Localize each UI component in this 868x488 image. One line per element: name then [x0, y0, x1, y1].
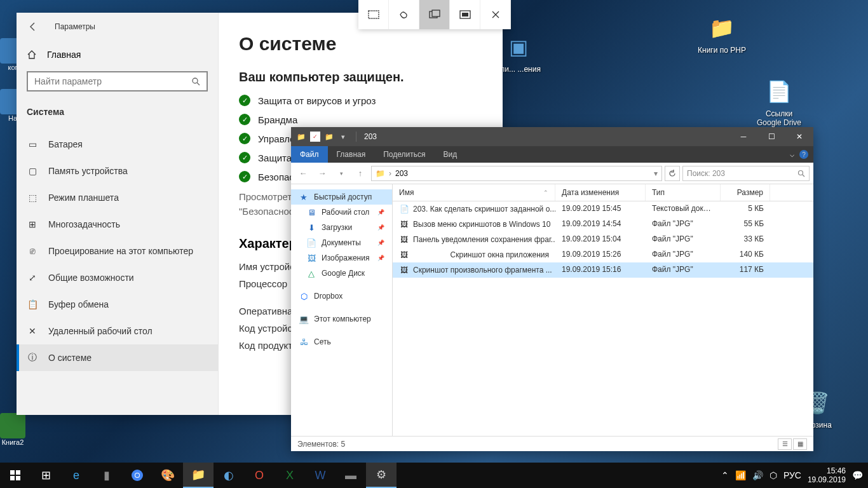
tree-thispc[interactable]: 💻Этот компьютер — [291, 311, 392, 327]
back-button[interactable] — [27, 20, 39, 33]
svg-line-10 — [803, 175, 804, 177]
taskview-button[interactable]: ⊞ — [31, 463, 61, 488]
breadcrumb[interactable]: 📁 › 203 ▾ — [371, 166, 662, 181]
ribbon-share[interactable]: Поделиться — [374, 146, 434, 163]
settings-sidebar: Параметры Главная Система ▭Батарея ▢Памя… — [17, 13, 219, 415]
col-name[interactable]: Имя⌃ — [393, 184, 555, 201]
snip-toolbar — [358, 0, 511, 29]
nav-forward[interactable]: → — [314, 165, 330, 182]
snip-rect[interactable] — [358, 0, 389, 29]
explorer-nav: ← → ▾ ↑ 📁 › 203 ▾ Поиск: 203 — [291, 163, 813, 184]
desktop-icon-gdrive[interactable]: 📄Ссылки Google Drive — [754, 76, 804, 128]
svg-point-0 — [193, 78, 198, 83]
tree-pictures[interactable]: 🖼Изображения📌 — [291, 250, 392, 266]
notes-button[interactable]: ▮ — [92, 463, 122, 488]
file-row[interactable]: 🖼Вызов меню скриншотов в Windows 1019.09… — [393, 217, 813, 232]
ribbon-home[interactable]: Главная — [328, 146, 375, 163]
dropbox-tray-icon[interactable]: ⬡ — [770, 470, 777, 480]
nav-clipboard[interactable]: 📋Буфер обмена — [17, 291, 218, 318]
desktop-partial-8[interactable]: Книга2 — [0, 413, 32, 446]
ribbon-file[interactable]: Файл — [291, 146, 328, 163]
ribbon-view[interactable]: Вид — [434, 146, 466, 163]
opera-button[interactable]: O — [244, 463, 275, 488]
explorer-titlebar[interactable]: 📁 ✓ 📁 ▾ 203 ─ ☐ ✕ — [291, 127, 813, 146]
tree-quick-access[interactable]: ★Быстрый доступ — [291, 189, 392, 205]
explorer-taskbar[interactable]: 📁 — [183, 463, 214, 488]
svg-point-17 — [135, 473, 139, 477]
tree-downloads[interactable]: ⬇Загрузки📌 — [291, 220, 392, 235]
notifications-icon[interactable]: 💬 — [852, 470, 863, 480]
tree-dropbox[interactable]: ⬡Dropbox — [291, 288, 392, 304]
ribbon-expand-icon[interactable]: ⌵ — [790, 150, 794, 159]
file-row[interactable]: 🖼Панель уведомления сохранения фраг...19… — [393, 232, 813, 247]
tree-documents[interactable]: 📄Документы📌 — [291, 235, 392, 250]
refresh-button[interactable] — [665, 166, 680, 181]
maximize-button[interactable]: ☐ — [757, 127, 785, 146]
excel-button[interactable]: X — [275, 463, 305, 488]
wifi-icon[interactable]: 📶 — [735, 470, 746, 480]
col-size[interactable]: Размер — [721, 184, 770, 201]
tray-up-icon[interactable]: ⌃ — [721, 470, 729, 480]
qat-icon[interactable]: ✓ — [310, 132, 320, 142]
nav-recent[interactable]: ▾ — [333, 165, 349, 182]
close-button[interactable]: ✕ — [785, 127, 813, 146]
view-details[interactable]: ☰ — [778, 438, 792, 450]
explorer-search[interactable]: Поиск: 203 — [682, 166, 810, 181]
qat-dropdown-icon[interactable]: ▾ — [338, 132, 348, 142]
nav-tablet[interactable]: ⬚Режим планшета — [17, 184, 218, 211]
col-date[interactable]: Дата изменения — [555, 184, 646, 201]
file-icon: 🖼 — [399, 250, 409, 260]
help-icon[interactable]: ? — [799, 150, 808, 159]
snip-fullscreen[interactable] — [450, 0, 480, 29]
view-icons[interactable]: ▦ — [793, 438, 807, 450]
nav-about[interactable]: ⓘО системе — [17, 344, 218, 371]
file-icon: 🖼 — [399, 219, 409, 229]
file-row[interactable]: 🖼Скриншот окна приложения19.09.2019 15:2… — [393, 247, 813, 262]
svg-rect-11 — [10, 470, 15, 475]
search-input[interactable] — [34, 76, 191, 86]
nav-back[interactable]: ← — [295, 165, 311, 182]
minimize-button[interactable]: ─ — [729, 127, 757, 146]
nav-up[interactable]: ↑ — [352, 165, 369, 182]
nav-multitask[interactable]: ⊞Многозадачность — [17, 211, 218, 238]
start-button[interactable] — [0, 463, 31, 488]
svg-rect-2 — [369, 11, 379, 18]
explorer-tree: ★Быстрый доступ 🖥Рабочий стол📌 ⬇Загрузки… — [291, 184, 393, 436]
multitask-icon: ⊞ — [27, 219, 38, 230]
col-type[interactable]: Тип — [646, 184, 721, 201]
lang-indicator[interactable]: РУС — [783, 470, 801, 480]
task-app1[interactable]: ◐ — [214, 463, 244, 488]
edge-button[interactable]: e — [61, 463, 92, 488]
tree-network[interactable]: 🖧Сеть — [291, 334, 392, 349]
svg-rect-13 — [10, 476, 15, 480]
paint-button[interactable]: 🎨 — [153, 463, 183, 488]
tree-gdrive[interactable]: △Google Диск — [291, 266, 392, 281]
snip-close[interactable] — [480, 0, 511, 29]
nav-storage[interactable]: ▢Память устройства — [17, 158, 218, 184]
home-nav[interactable]: Главная — [17, 43, 218, 66]
battery-icon: ▭ — [27, 139, 38, 150]
nav-project[interactable]: ⎚Проецирование на этот компьютер — [17, 238, 218, 264]
word-button[interactable]: W — [305, 463, 336, 488]
nav-remote[interactable]: ✕Удаленный рабочий стол — [17, 318, 218, 344]
qat-folder-icon[interactable]: 📁 — [324, 132, 334, 142]
tree-desktop[interactable]: 🖥Рабочий стол📌 — [291, 205, 392, 220]
search-box[interactable] — [27, 71, 208, 92]
desktop-icon-books[interactable]: 📁Книги по PHP — [696, 13, 747, 55]
settings-taskbar[interactable]: ⚙ — [366, 463, 397, 488]
snip-window[interactable] — [419, 0, 450, 29]
clock[interactable]: 15:4619.09.2019 — [808, 466, 846, 485]
nav-battery[interactable]: ▭Батарея — [17, 131, 218, 158]
file-row[interactable]: 🖼Скриншот произвольного фрагмента ...19.… — [393, 262, 813, 278]
snip-freeform[interactable] — [389, 0, 419, 29]
volume-icon[interactable]: 🔊 — [752, 470, 763, 480]
file-row[interactable]: 📄203. Как сделать скриншот заданной о...… — [393, 201, 813, 217]
pin-icon: 📌 — [377, 224, 384, 231]
svg-point-9 — [799, 170, 803, 175]
status-firewall: ✓Брандма — [239, 114, 482, 125]
task-app2[interactable]: ▬ — [336, 463, 366, 488]
nav-shared[interactable]: ⤢Общие возможности — [17, 264, 218, 291]
chrome-button[interactable] — [122, 463, 153, 488]
gdrive-icon: △ — [306, 268, 316, 278]
explorer-title: 203 — [359, 132, 377, 141]
